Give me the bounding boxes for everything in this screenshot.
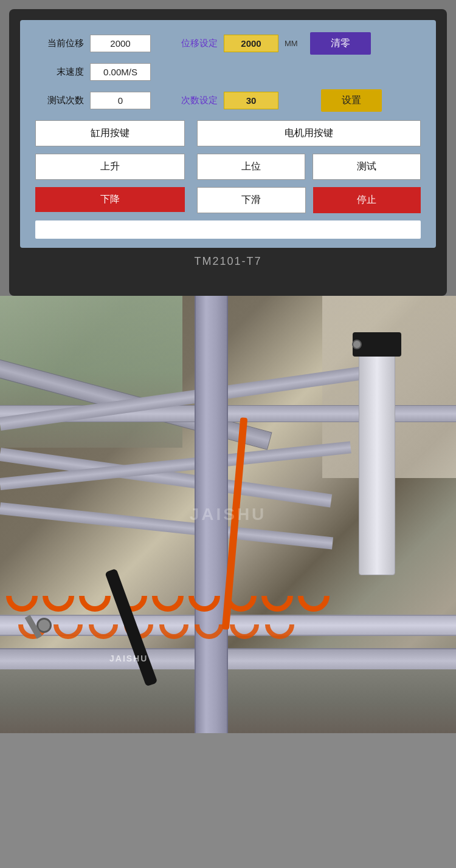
test-button[interactable]: 测试 bbox=[313, 154, 421, 180]
cylinder-header-button[interactable]: 缸用按键 bbox=[35, 120, 185, 146]
clear-button[interactable]: 清零 bbox=[310, 32, 371, 55]
watermark-text: JAISHU bbox=[190, 505, 267, 524]
current-position-label: 当前位移 bbox=[35, 38, 84, 49]
cylinder-element bbox=[359, 344, 395, 575]
position-setting-input[interactable]: 2000 bbox=[224, 35, 278, 52]
upper-pos-button[interactable]: 上位 bbox=[197, 154, 305, 180]
down-button[interactable]: 下降 bbox=[35, 187, 185, 212]
final-speed-label: 末速度 bbox=[35, 66, 84, 78]
count-setting-label: 次数设定 bbox=[169, 95, 218, 106]
set-button[interactable]: 设置 bbox=[321, 89, 382, 112]
screen-bezel: 当前位移 2000 位移设定 2000 MM 清零 末速度 0.00M/S 测试… bbox=[9, 9, 447, 296]
up-button[interactable]: 上升 bbox=[35, 154, 185, 180]
motor-header-button[interactable]: 电机用按键 bbox=[197, 120, 421, 146]
current-position-value[interactable]: 2000 bbox=[90, 35, 151, 52]
motor-button-group: 电机用按键 上位 测试 下滑 停止 bbox=[197, 120, 421, 213]
slide-down-button[interactable]: 下滑 bbox=[197, 187, 306, 213]
status-bar bbox=[35, 220, 421, 239]
test-count-value[interactable]: 0 bbox=[90, 92, 151, 109]
position-setting-label: 位移设定 bbox=[169, 38, 218, 49]
position-row: 当前位移 2000 位移设定 2000 MM 清零 bbox=[35, 32, 421, 55]
count-setting-input[interactable]: 30 bbox=[224, 92, 278, 109]
motor-action-row2: 下滑 停止 bbox=[197, 187, 421, 213]
cylinder-down-row: 下降 bbox=[35, 187, 185, 212]
top-section: 当前位移 2000 位移设定 2000 MM 清零 末速度 0.00M/S 测试… bbox=[0, 0, 456, 296]
brand-label: JAISHU bbox=[109, 654, 148, 663]
control-panel: 当前位移 2000 位移设定 2000 MM 清零 末速度 0.00M/S 测试… bbox=[20, 20, 436, 248]
button-section: 缸用按键 上升 下降 电机用按键 上位 测试 下滑 bbox=[35, 120, 421, 213]
position-unit: MM bbox=[285, 39, 298, 48]
count-row: 测试次数 0 次数设定 30 设置 bbox=[35, 89, 421, 112]
final-speed-value[interactable]: 0.00M/S bbox=[90, 63, 151, 81]
stop-button[interactable]: 停止 bbox=[313, 187, 421, 213]
cylinder-button-group: 缸用按键 上升 下降 bbox=[35, 120, 185, 213]
test-count-label: 测试次数 bbox=[35, 95, 84, 106]
cylinder-action-row: 上升 bbox=[35, 154, 185, 180]
speed-row: 末速度 0.00M/S bbox=[35, 63, 421, 81]
model-name: TM2101-T7 bbox=[20, 248, 436, 272]
photo-background: JAISHU JAISHU bbox=[0, 296, 456, 733]
motor-action-row1: 上位 测试 bbox=[197, 154, 421, 180]
photo-section: JAISHU JAISHU bbox=[0, 296, 456, 733]
